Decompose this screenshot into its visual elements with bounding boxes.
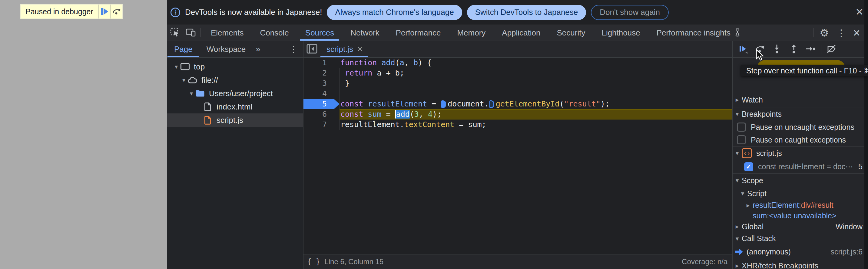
- code-token: const: [340, 110, 363, 118]
- code-line-3[interactable]: 3 }: [304, 78, 732, 88]
- line-number[interactable]: 2: [304, 68, 340, 78]
- scope-global-row[interactable]: ▸ Global Window: [733, 221, 868, 232]
- resume-button[interactable]: [735, 42, 751, 56]
- pause-uncaught-row[interactable]: Pause on uncaught exceptions: [733, 121, 868, 133]
- code-line-7[interactable]: 7resultElement.textContent = sum;: [304, 119, 732, 130]
- deactivate-breakpoints-button[interactable]: [823, 42, 840, 56]
- inspect-element-button[interactable]: [167, 25, 183, 41]
- pretty-print-icon[interactable]: { }: [304, 258, 324, 266]
- code-token: 3: [414, 110, 419, 118]
- scope-prop-row[interactable]: ▸ resultElement: div#result: [733, 200, 868, 211]
- code-line-text[interactable]: resultElement.textContent = sum;: [340, 119, 732, 130]
- code-line-text[interactable]: return a + b;: [340, 68, 732, 78]
- tab-performance-insights[interactable]: Performance insights: [648, 25, 750, 41]
- code-token: ) {: [418, 58, 432, 67]
- navigator-menu-icon[interactable]: ⋮: [284, 41, 303, 57]
- line-number[interactable]: 3: [304, 78, 340, 88]
- scope-prop-row[interactable]: sum: <value unavailable>: [733, 211, 868, 221]
- scope-script-label: Script: [747, 189, 767, 198]
- code-token: document.: [447, 100, 489, 108]
- section-call-stack[interactable]: ▾ Call Stack: [733, 232, 868, 245]
- section-xhr-breakpoints[interactable]: ▸ XHR/fetch Breakpoints: [733, 259, 868, 269]
- code-line-6[interactable]: 6const sum = add(3, 4);: [304, 109, 732, 119]
- code-editor[interactable]: 1function add(a, b) {2 return a + b;3 }4…: [304, 58, 732, 254]
- mouse-cursor: [755, 49, 764, 63]
- hide-navigator-button[interactable]: [304, 41, 320, 57]
- line-number[interactable]: 7: [304, 119, 340, 130]
- line-number[interactable]: 1: [304, 58, 340, 68]
- inline-breakpoint-candidate-icon[interactable]: [489, 100, 494, 108]
- tab-console[interactable]: Console: [252, 25, 297, 41]
- paused-toast: Paused in debugger: [20, 4, 123, 19]
- tree-item-script-js[interactable]: script.js: [167, 113, 303, 127]
- global-label: Global: [742, 222, 764, 231]
- code-line-2[interactable]: 2 return a + b;: [304, 68, 732, 78]
- chevron-down-icon[interactable]: ▾: [180, 76, 187, 84]
- pause-caught-row[interactable]: Pause on caught exceptions: [733, 133, 868, 146]
- tab-sources[interactable]: Sources: [297, 25, 342, 41]
- tab-security[interactable]: Security: [549, 25, 594, 41]
- devtools-window: i DevTools is now available in Japanese!…: [167, 0, 868, 269]
- resume-script-button[interactable]: [98, 4, 110, 19]
- navigator-tabs: Page Workspace » ⋮: [167, 41, 303, 58]
- code-line-text[interactable]: const sum = add(3, 4);: [340, 109, 732, 119]
- code-line-text[interactable]: const resultElement = document.getElemen…: [340, 99, 732, 109]
- code-line-1[interactable]: 1function add(a, b) {: [304, 58, 732, 68]
- toast-step-over-button[interactable]: [110, 4, 122, 19]
- close-tab-icon[interactable]: ×: [358, 44, 362, 54]
- code-line-text[interactable]: function add(a, b) {: [340, 58, 732, 68]
- infobar-close-icon[interactable]: ×: [856, 5, 863, 18]
- breakpoint-file-group[interactable]: ▾ ‹› script.js: [733, 146, 868, 160]
- more-options-icon[interactable]: ⋮: [833, 28, 849, 38]
- toggle-device-toolbar-button[interactable]: [183, 25, 199, 41]
- close-devtools-icon[interactable]: ×: [849, 27, 864, 39]
- step-into-button[interactable]: [768, 42, 785, 56]
- section-breakpoints[interactable]: ▾ Breakpoints: [733, 107, 868, 121]
- tab-workspace[interactable]: Workspace: [199, 41, 253, 57]
- breakpoint-entry-row[interactable]: ✓ const resultElement = doc⋯ 5: [733, 160, 868, 173]
- tab-application[interactable]: Application: [494, 25, 549, 41]
- checkbox-checked[interactable]: ✓: [744, 162, 753, 171]
- code-line-text[interactable]: }: [340, 78, 732, 88]
- tab-page[interactable]: Page: [167, 41, 199, 57]
- section-watch[interactable]: ▸ Watch: [733, 92, 868, 107]
- tab-network[interactable]: Network: [342, 25, 388, 41]
- line-number[interactable]: 6: [304, 109, 340, 119]
- step-out-button[interactable]: [785, 42, 802, 56]
- code-line-text[interactable]: [340, 88, 732, 99]
- code-token: =: [427, 100, 441, 108]
- step-button[interactable]: [802, 42, 819, 56]
- inline-breakpoint-icon[interactable]: [441, 100, 446, 108]
- checkbox-unchecked[interactable]: [737, 135, 746, 144]
- settings-gear-icon[interactable]: ⚙: [815, 27, 833, 39]
- code-token: getElementById: [496, 100, 560, 108]
- section-scope[interactable]: ▾ Scope: [733, 173, 868, 187]
- info-icon: i: [170, 7, 180, 17]
- chevron-down-icon[interactable]: ▾: [188, 90, 195, 97]
- tab-elements[interactable]: Elements: [203, 25, 252, 41]
- code-line-4[interactable]: 4: [304, 88, 732, 99]
- more-tabs-chevron-icon[interactable]: »: [253, 41, 264, 57]
- line-number[interactable]: 4: [304, 88, 340, 99]
- tree-item-top[interactable]: ▾top: [167, 60, 303, 73]
- tree-item-index-html[interactable]: index.html: [167, 100, 303, 113]
- global-value: Window: [836, 222, 868, 231]
- tab-performance[interactable]: Performance: [388, 25, 449, 41]
- tree-item-users-user-project[interactable]: ▾Users/user/project: [167, 87, 303, 100]
- switch-devtools-japanese-button[interactable]: Switch DevTools to Japanese: [467, 5, 586, 20]
- tab-memory[interactable]: Memory: [449, 25, 494, 41]
- tree-item-file-[interactable]: ▾file://: [167, 73, 303, 87]
- editor-tab-scriptjs[interactable]: script.js ×: [320, 41, 368, 57]
- editor-status-bar: { } Line 6, Column 15 Coverage: n/a: [304, 254, 732, 269]
- tab-lighthouse[interactable]: Lighthouse: [593, 25, 648, 41]
- code-token: function: [340, 58, 377, 67]
- code-line-5[interactable]: 5const resultElement = document.getEleme…: [304, 99, 732, 109]
- scope-script-row[interactable]: ▾ Script: [733, 187, 868, 200]
- dont-show-again-button[interactable]: Don't show again: [591, 5, 669, 20]
- breakpoint-badge[interactable]: 5: [304, 99, 340, 109]
- call-stack-frame-row[interactable]: (anonymous) script.js:6: [733, 245, 868, 259]
- chevron-down-icon[interactable]: ▾: [173, 63, 180, 70]
- always-match-language-button[interactable]: Always match Chrome's language: [327, 5, 462, 20]
- checkbox-unchecked[interactable]: [737, 123, 746, 132]
- prop-value: <value unavailable>: [769, 211, 836, 220]
